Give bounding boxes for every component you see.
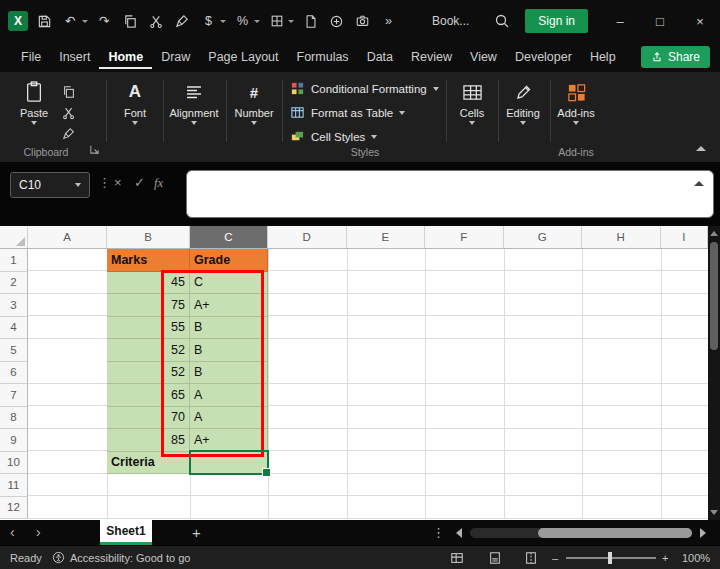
scroll-up-arrow-icon[interactable] — [710, 231, 718, 236]
qat-overflow-button[interactable]: » — [379, 12, 398, 31]
fill-handle[interactable] — [262, 468, 271, 477]
name-box-menu-button[interactable]: ⋮ — [98, 175, 111, 190]
format-painter-small-button[interactable] — [60, 125, 78, 143]
column-header-a[interactable]: A — [28, 226, 107, 248]
cancel-entry-button[interactable]: × — [114, 175, 122, 190]
tab-draw[interactable]: Draw — [152, 45, 199, 69]
currency-format-button[interactable]: $ — [199, 12, 218, 31]
previous-sheet-button[interactable]: ‹ — [10, 520, 15, 546]
row-header-5[interactable]: 5 — [0, 339, 28, 362]
alignment-group-button[interactable]: Alignment — [166, 79, 222, 125]
column-header-c[interactable]: C — [190, 226, 268, 248]
active-cell-selection[interactable] — [189, 450, 269, 475]
maximize-button[interactable]: □ — [640, 0, 680, 42]
zoom-level[interactable]: 100% — [682, 546, 710, 569]
column-header-b[interactable]: B — [107, 226, 190, 248]
row-header-3[interactable]: 3 — [0, 294, 28, 317]
currency-caret-icon[interactable] — [220, 20, 226, 23]
tab-home[interactable]: Home — [99, 45, 152, 69]
tab-formulas[interactable]: Formulas — [288, 45, 358, 69]
row-header-7[interactable]: 7 — [0, 384, 28, 407]
zoom-slider[interactable] — [566, 557, 656, 559]
minimize-button[interactable]: – — [600, 0, 640, 42]
hscroll-left-arrow-icon[interactable] — [456, 528, 462, 538]
conditional-formatting-button[interactable]: Conditional Formatting — [290, 81, 439, 96]
next-sheet-button[interactable]: › — [36, 520, 41, 546]
formula-input[interactable] — [186, 170, 714, 218]
search-button[interactable] — [492, 12, 511, 31]
format-painter-button[interactable] — [173, 12, 192, 31]
zoom-slider-thumb[interactable] — [608, 552, 612, 564]
row-header-8[interactable]: 8 — [0, 407, 28, 430]
sheet-options-button[interactable]: ⋮ — [432, 525, 445, 540]
editing-group-button[interactable]: Editing — [500, 79, 546, 125]
paste-button[interactable]: Paste — [12, 79, 56, 125]
tab-data[interactable]: Data — [358, 45, 402, 69]
select-all-button[interactable] — [0, 226, 28, 248]
undo-button[interactable]: ↶ — [61, 12, 80, 31]
percent-caret-icon[interactable] — [254, 20, 260, 23]
percent-format-button[interactable]: % — [233, 12, 252, 31]
column-header-d[interactable]: D — [268, 226, 347, 248]
cell-styles-button[interactable]: Cell Styles — [290, 129, 377, 144]
row-header-11[interactable]: 11 — [0, 474, 28, 497]
vertical-scrollbar[interactable] — [708, 226, 720, 520]
cell-c1[interactable]: Grade — [190, 249, 268, 272]
enter-entry-button[interactable]: ✓ — [134, 175, 145, 190]
tab-review[interactable]: Review — [402, 45, 461, 69]
close-button[interactable]: × — [680, 0, 720, 42]
horizontal-scrollbar-thumb[interactable] — [538, 528, 692, 538]
column-header-g[interactable]: G — [504, 226, 583, 248]
hscroll-right-arrow-icon[interactable] — [700, 528, 706, 538]
borders-caret-icon[interactable] — [288, 20, 294, 23]
tab-developer[interactable]: Developer — [506, 45, 581, 69]
camera-button[interactable] — [353, 12, 372, 31]
zoom-out-button[interactable]: – — [552, 546, 558, 569]
tab-help[interactable]: Help — [581, 45, 625, 69]
cut-small-button[interactable] — [60, 104, 78, 122]
collapse-formula-bar-button[interactable] — [694, 181, 704, 186]
row-header-1[interactable]: 1 — [0, 249, 28, 272]
column-header-h[interactable]: H — [582, 226, 661, 248]
tab-file[interactable]: File — [12, 45, 50, 69]
page-layout-view-button[interactable] — [488, 546, 502, 569]
cells-group-button[interactable]: Cells — [450, 79, 494, 125]
format-as-table-button[interactable]: Format as Table — [290, 105, 405, 120]
copy-small-button[interactable] — [60, 83, 78, 101]
row-header-9[interactable]: 9 — [0, 429, 28, 452]
tab-insert[interactable]: Insert — [50, 45, 99, 69]
row-header-4[interactable]: 4 — [0, 317, 28, 340]
undo-caret-icon[interactable] — [82, 20, 88, 23]
borders-button[interactable] — [267, 12, 286, 31]
row-header-2[interactable]: 2 — [0, 272, 28, 295]
page-break-view-button[interactable] — [524, 546, 538, 569]
row-header-6[interactable]: 6 — [0, 362, 28, 385]
sheet-tab-sheet1[interactable]: Sheet1 — [100, 520, 152, 546]
accessibility-status[interactable]: Accessibility: Good to go — [52, 546, 190, 569]
addins-button[interactable]: Add-ins — [552, 79, 600, 125]
add-sheet-button[interactable]: + — [192, 524, 201, 541]
zoom-in-button[interactable]: + — [662, 546, 668, 569]
insert-button[interactable] — [327, 12, 346, 31]
column-header-f[interactable]: F — [425, 226, 504, 248]
font-group-button[interactable]: A Font — [112, 79, 158, 125]
number-group-button[interactable]: # Number — [230, 79, 278, 125]
column-header-e[interactable]: E — [347, 226, 426, 248]
new-file-button[interactable] — [301, 12, 320, 31]
clipboard-dialog-launcher[interactable] — [88, 143, 101, 156]
row-header-10[interactable]: 10 — [0, 452, 28, 475]
normal-view-button[interactable] — [450, 546, 464, 569]
tab-view[interactable]: View — [461, 45, 506, 69]
redo-button[interactable]: ↷ — [95, 12, 114, 31]
copy-button[interactable] — [121, 12, 140, 31]
name-box[interactable]: C10 — [10, 172, 90, 198]
share-button[interactable]: Share — [641, 46, 710, 68]
cut-button[interactable] — [147, 12, 166, 31]
save-button[interactable] — [35, 12, 54, 31]
column-header-i[interactable]: I — [661, 226, 709, 248]
horizontal-scrollbar[interactable] — [470, 528, 692, 538]
vertical-scrollbar-thumb[interactable] — [710, 242, 718, 350]
row-header-12[interactable]: 12 — [0, 497, 28, 520]
cell-b1[interactable]: Marks — [107, 249, 190, 272]
insert-function-button[interactable]: fx — [154, 175, 163, 191]
